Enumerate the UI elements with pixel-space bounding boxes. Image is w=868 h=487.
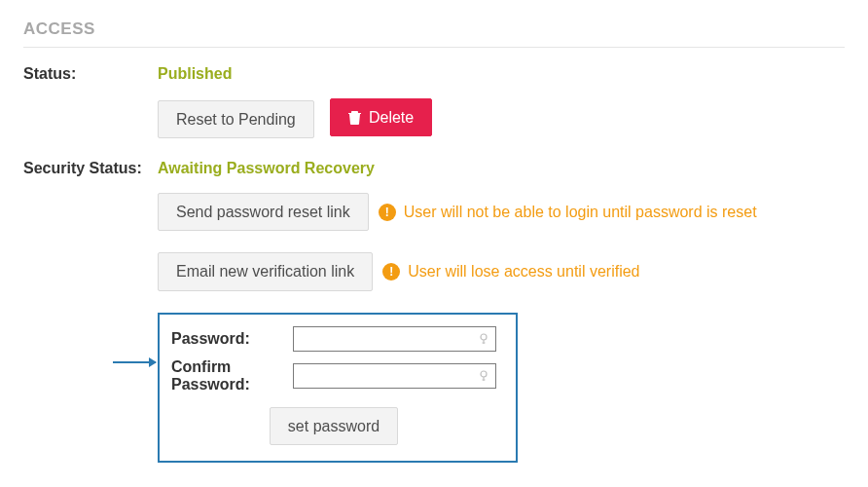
security-status-value: Awaiting Password Recovery — [158, 160, 845, 177]
section-title: ACCESS — [23, 19, 845, 48]
reset-to-pending-button[interactable]: Reset to Pending — [158, 100, 314, 138]
confirm-password-label: Confirm Password: — [171, 358, 293, 393]
status-row: Status: Published Reset to Pending Delet… — [23, 65, 845, 138]
status-label: Status: — [23, 65, 158, 83]
security-row: Security Status: Awaiting Password Recov… — [23, 160, 845, 463]
email-verify-warning-text: User will lose access until verified — [408, 263, 639, 281]
email-verification-button[interactable]: Email new verification link — [158, 252, 373, 290]
callout-arrow-icon — [113, 361, 156, 363]
password-input[interactable] — [293, 326, 496, 352]
set-password-form: Password: Confirm Password: — [158, 313, 518, 463]
warning-icon: ! — [379, 204, 396, 221]
password-form-wrapper: Password: Confirm Password: — [158, 313, 845, 463]
delete-button[interactable]: Delete — [330, 98, 432, 136]
send-password-reset-button[interactable]: Send password reset link — [158, 193, 369, 231]
security-status-label: Security Status: — [23, 160, 158, 177]
send-reset-warning-text: User will not be able to login until pas… — [404, 204, 757, 221]
confirm-password-input[interactable] — [293, 363, 496, 389]
delete-button-label: Delete — [369, 108, 414, 127]
send-reset-line: Send password reset link ! User will not… — [158, 193, 845, 231]
set-password-button[interactable]: set password — [270, 407, 398, 445]
status-value: Published — [158, 65, 845, 83]
password-label: Password: — [171, 330, 293, 348]
email-verify-line: Email new verification link ! User will … — [158, 252, 845, 290]
trash-icon — [348, 110, 361, 125]
warning-icon: ! — [382, 263, 400, 281]
